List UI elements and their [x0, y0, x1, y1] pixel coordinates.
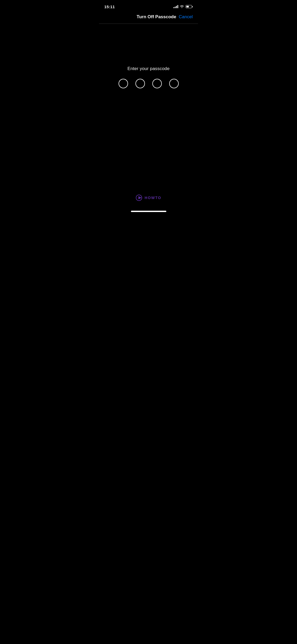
signal-bar-1 — [173, 7, 174, 8]
svg-marker-1 — [138, 196, 142, 199]
battery-body — [186, 5, 192, 8]
passcode-dot-1 — [119, 79, 128, 88]
nav-title: Turn Off Passcode — [136, 14, 177, 20]
howto-logo-icon — [136, 194, 143, 201]
watermark: HOWTO — [136, 194, 161, 201]
nav-bar: Turn Off Passcode Cancel — [99, 12, 198, 24]
status-icons — [173, 5, 193, 8]
signal-bar-4 — [177, 5, 178, 8]
battery-tip — [192, 6, 193, 7]
status-time: 15:11 — [104, 4, 115, 9]
passcode-dots — [119, 79, 179, 88]
passcode-screen: Enter your passcode — [99, 24, 198, 88]
cancel-button[interactable]: Cancel — [177, 14, 193, 20]
passcode-prompt-label: Enter your passcode — [128, 66, 170, 71]
passcode-dot-4 — [169, 79, 179, 88]
signal-bar-3 — [176, 6, 177, 8]
passcode-dot-3 — [152, 79, 162, 88]
status-bar: 15:11 — [99, 0, 198, 12]
signal-bars-icon — [173, 5, 178, 8]
passcode-dot-2 — [135, 79, 145, 88]
wifi-icon — [180, 5, 184, 8]
battery-icon — [186, 5, 193, 8]
home-indicator — [131, 211, 166, 212]
battery-fill — [186, 6, 189, 7]
watermark-text: HOWTO — [145, 196, 161, 200]
signal-bar-2 — [175, 7, 176, 8]
